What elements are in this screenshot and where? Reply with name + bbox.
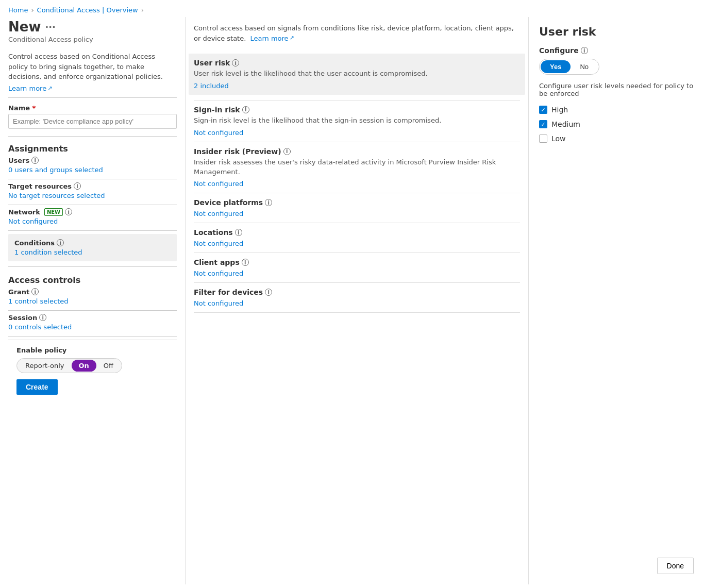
- breadcrumb-sep2: ›: [141, 6, 144, 14]
- checkbox-medium[interactable]: [539, 120, 547, 128]
- condition-status-user_risk: 2 included: [194, 82, 520, 90]
- users-info-icon[interactable]: i: [31, 157, 39, 164]
- right-panel: User risk Configure i Yes No Configure u…: [529, 17, 704, 584]
- checkbox-high[interactable]: [539, 106, 547, 114]
- condition-info-icon-filter_devices[interactable]: i: [265, 289, 272, 296]
- policy-name-input[interactable]: [8, 114, 177, 129]
- conditions-section[interactable]: Conditions i 1 condition selected: [8, 234, 177, 261]
- condition-item-locations[interactable]: Locations i Not configured: [194, 223, 520, 253]
- condition-header-device_platforms: Device platforms i: [194, 198, 520, 207]
- configure-info-icon[interactable]: i: [581, 47, 588, 54]
- session-value[interactable]: 0 controls selected: [8, 323, 177, 331]
- enable-policy-toggle[interactable]: Report-only On Off: [16, 358, 122, 373]
- network-info-icon[interactable]: i: [65, 208, 72, 215]
- condition-item-filter_devices[interactable]: Filter for devices i Not configured: [194, 283, 520, 313]
- conditions-info-icon[interactable]: i: [57, 239, 64, 246]
- middle-description: Control access based on signals from con…: [194, 17, 520, 48]
- middle-learn-more[interactable]: Learn more: [250, 33, 294, 44]
- condition-header-insider_risk: Insider risk (Preview) i: [194, 147, 520, 156]
- network-section: Network NEW i Not configured: [8, 208, 177, 225]
- toggle-off[interactable]: Off: [96, 360, 121, 372]
- left-description: Control access based on Conditional Acce…: [8, 52, 177, 82]
- network-value[interactable]: Not configured: [8, 217, 177, 225]
- name-label: Name *: [8, 104, 177, 112]
- condition-header-client_apps: Client apps i: [194, 258, 520, 266]
- middle-panel: Control access based on signals from con…: [186, 17, 529, 584]
- condition-header-filter_devices: Filter for devices i: [194, 288, 520, 296]
- condition-info-icon-client_apps[interactable]: i: [242, 259, 249, 266]
- condition-item-user_risk[interactable]: User risk i User risk level is the likel…: [194, 48, 520, 100]
- breadcrumb-overview[interactable]: Conditional Access | Overview: [37, 6, 138, 14]
- conditions-list: User risk i User risk level is the likel…: [194, 48, 520, 313]
- condition-desc-user_risk: User risk level is the likelihood that t…: [194, 69, 520, 79]
- target-resources-info-icon[interactable]: i: [74, 182, 81, 190]
- condition-status-locations[interactable]: Not configured: [194, 240, 520, 247]
- configure-label: Configure i: [539, 46, 694, 55]
- checkbox-label-medium: Medium: [551, 120, 580, 128]
- grant-label: Grant: [8, 288, 29, 296]
- condition-item-device_platforms[interactable]: Device platforms i Not configured: [194, 193, 520, 223]
- page-title: New ···: [8, 19, 177, 35]
- toggle-on[interactable]: On: [72, 360, 96, 372]
- enable-policy-bar: Enable policy Report-only On Off Create: [8, 340, 177, 401]
- users-value[interactable]: 0 users and groups selected: [8, 166, 177, 174]
- grant-value[interactable]: 1 control selected: [8, 297, 177, 305]
- condition-desc-sign_in_risk: Sign-in risk level is the likelihood tha…: [194, 116, 520, 126]
- risk-option-medium[interactable]: Medium: [539, 120, 694, 128]
- conditions-value[interactable]: 1 condition selected: [14, 248, 171, 256]
- network-new-badge: NEW: [44, 208, 63, 216]
- access-controls-title: Access controls: [8, 275, 177, 285]
- target-resources-label: Target resources: [8, 182, 72, 190]
- users-label: Users: [8, 157, 29, 164]
- enable-policy-label: Enable policy: [16, 346, 169, 354]
- create-button[interactable]: Create: [16, 379, 58, 395]
- condition-header-sign_in_risk: Sign-in risk i: [194, 106, 520, 114]
- conditions-label: Conditions: [14, 239, 55, 247]
- risk-option-low[interactable]: Low: [539, 135, 694, 143]
- left-panel: New ··· Conditional Access policy Contro…: [0, 17, 186, 584]
- condition-status-device_platforms[interactable]: Not configured: [194, 210, 520, 217]
- breadcrumb-sep1: ›: [31, 6, 33, 14]
- condition-status-sign_in_risk[interactable]: Not configured: [194, 129, 520, 137]
- title-text: New: [8, 19, 41, 35]
- condition-info-icon-sign_in_risk[interactable]: i: [242, 106, 249, 113]
- condition-info-icon-locations[interactable]: i: [235, 229, 242, 236]
- breadcrumb: Home › Conditional Access | Overview ›: [0, 0, 704, 17]
- condition-status-client_apps[interactable]: Not configured: [194, 270, 520, 277]
- no-button[interactable]: No: [571, 60, 598, 73]
- condition-info-icon-insider_risk[interactable]: i: [283, 148, 291, 155]
- condition-status-insider_risk[interactable]: Not configured: [194, 180, 520, 188]
- session-label: Session: [8, 314, 37, 322]
- condition-item-sign_in_risk[interactable]: Sign-in risk i Sign-in risk level is the…: [194, 100, 520, 142]
- network-label: Network: [8, 208, 40, 216]
- assignments-title: Assignments: [8, 144, 177, 154]
- condition-info-icon-user_risk[interactable]: i: [232, 59, 239, 66]
- session-section: Session i 0 controls selected: [8, 314, 177, 331]
- grant-info-icon[interactable]: i: [31, 288, 39, 295]
- condition-header-locations: Locations i: [194, 228, 520, 237]
- condition-status-filter_devices[interactable]: Not configured: [194, 299, 520, 307]
- target-resources-section: Target resources i No target resources s…: [8, 182, 177, 199]
- page-subtitle: Conditional Access policy: [8, 36, 177, 43]
- configure-description: Configure user risk levels needed for po…: [539, 82, 694, 97]
- yes-no-toggle[interactable]: Yes No: [539, 59, 599, 75]
- yes-button[interactable]: Yes: [541, 60, 571, 73]
- done-button[interactable]: Done: [657, 558, 694, 574]
- checkbox-label-low: Low: [551, 135, 566, 143]
- risk-option-high[interactable]: High: [539, 106, 694, 114]
- risk-options: HighMediumLow: [539, 106, 694, 143]
- toggle-report-only[interactable]: Report-only: [18, 360, 72, 372]
- left-learn-more[interactable]: Learn more: [8, 85, 52, 92]
- users-section: Users i 0 users and groups selected: [8, 157, 177, 174]
- breadcrumb-home[interactable]: Home: [8, 6, 28, 14]
- condition-item-insider_risk[interactable]: Insider risk (Preview) i Insider risk as…: [194, 142, 520, 194]
- condition-desc-insider_risk: Insider risk assesses the user's risky d…: [194, 158, 520, 177]
- condition-info-icon-device_platforms[interactable]: i: [265, 199, 272, 206]
- session-info-icon[interactable]: i: [39, 314, 46, 321]
- grant-section: Grant i 1 control selected: [8, 288, 177, 305]
- checkbox-label-high: High: [551, 106, 568, 114]
- target-resources-value[interactable]: No target resources selected: [8, 192, 177, 199]
- ellipsis-menu[interactable]: ···: [45, 22, 56, 32]
- checkbox-low[interactable]: [539, 135, 547, 143]
- condition-item-client_apps[interactable]: Client apps i Not configured: [194, 253, 520, 283]
